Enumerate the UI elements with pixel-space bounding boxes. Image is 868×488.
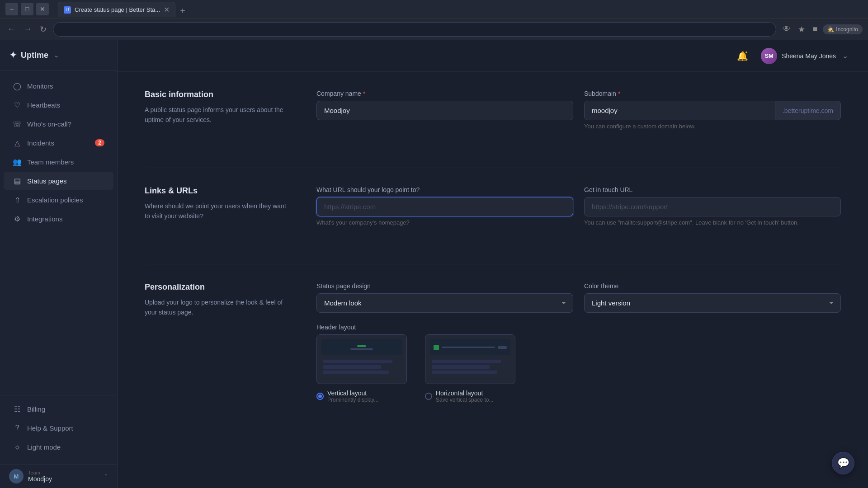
personalization-title: Personalization	[145, 282, 289, 292]
design-select[interactable]: Modern look Classic look	[316, 293, 573, 313]
notification-dot	[745, 51, 748, 54]
user-name: Sheena May Jones	[782, 52, 836, 60]
minimize-button[interactable]: −	[5, 3, 18, 15]
eye-icon[interactable]: 👁	[781, 23, 793, 36]
section-divider-1	[145, 168, 841, 168]
new-tab-button[interactable]: +	[176, 5, 189, 17]
horizontal-layout-sublabel: Save vertical space to...	[436, 397, 493, 403]
sidebar-bottom: ☷ Billing ? Help & Support ☼ Light mode	[0, 395, 117, 462]
sidebar-footer[interactable]: M Team Moodjoy ⌃	[0, 464, 117, 488]
sidebar-item-label: Integrations	[27, 215, 62, 223]
subdomain-input-group: .betteruptime.com	[584, 101, 841, 120]
subdomain-required-mark: *	[618, 90, 620, 97]
chat-icon: 💬	[837, 457, 849, 469]
sidebar-item-help-support[interactable]: ? Help & Support	[4, 419, 113, 437]
sidebar-item-incidents[interactable]: △ Incidents 2	[4, 134, 113, 152]
sidebar-item-heartbeats[interactable]: ♡ Heartbeats	[4, 96, 113, 114]
sidebar-item-label: Heartbeats	[27, 101, 60, 109]
status-pages-icon: ▤	[13, 176, 22, 185]
page-content: Basic information A public status page i…	[118, 72, 868, 488]
basic-info-desc: A public status page informs your users …	[145, 105, 289, 125]
sidebar-nav: ◯ Monitors ♡ Heartbeats ☏ Who's on-call?…	[0, 70, 117, 395]
browser-titlebar: − □ ✕ U Create status page | Better Sta.…	[0, 0, 868, 18]
horizontal-radio[interactable]	[425, 393, 432, 400]
billing-icon: ☷	[13, 404, 22, 413]
vertical-layout-option[interactable]: Vertical layout Prominently display...	[316, 334, 407, 403]
app-header: 🔔 SM Sheena May Jones ⌄	[118, 40, 868, 72]
color-select[interactable]: Light version Dark version	[584, 293, 841, 313]
sidebar-item-label: Escalation policies	[27, 196, 83, 204]
browser-toolbar-icons: 👁 ★ ■ 🕵 Incognito	[781, 23, 863, 36]
user-menu[interactable]: SM Sheena May Jones ⌄	[755, 45, 854, 67]
back-button[interactable]: ←	[5, 23, 17, 36]
close-button[interactable]: ✕	[36, 3, 49, 15]
team-label: Team	[28, 470, 99, 475]
company-name-group: Company name *	[316, 90, 573, 130]
basic-info-description: Basic information A public status page i…	[145, 90, 289, 141]
logo-url-label: What URL should your logo point to?	[316, 186, 573, 193]
sidebar-item-label: Incidents	[27, 139, 54, 147]
design-group: Status page design Modern look Classic l…	[316, 282, 573, 313]
tab-close-button[interactable]: ✕	[164, 6, 170, 14]
maximize-button[interactable]: □	[21, 3, 33, 15]
team-expand-icon: ⌃	[104, 473, 108, 479]
incidents-icon: △	[13, 138, 22, 147]
sidebar-item-label: Who's on-call?	[27, 120, 71, 128]
horizontal-layout-preview	[425, 334, 515, 384]
user-avatar: SM	[761, 48, 777, 64]
contact-url-input[interactable]	[584, 197, 841, 216]
sidebar-item-light-mode[interactable]: ☼ Light mode	[4, 438, 113, 456]
header-layout-group: Header layout	[316, 324, 841, 403]
design-label: Status page design	[316, 282, 573, 290]
links-info-description: Links & URLs Where should we point your …	[145, 186, 289, 237]
incognito-label: Incognito	[836, 26, 858, 33]
team-info: Team Moodjoy	[28, 470, 99, 483]
team-name: Moodjoy	[28, 475, 99, 483]
incidents-badge: 2	[95, 139, 104, 146]
links-desc: Where should we point your users when th…	[145, 201, 289, 221]
team-avatar: M	[9, 469, 24, 483]
sidebar-item-status-pages[interactable]: ▤ Status pages	[4, 172, 113, 190]
personalization-description: Personalization Upload your logo to pers…	[145, 282, 289, 414]
subdomain-suffix: .betteruptime.com	[775, 101, 841, 120]
personalization-desc: Upload your logo to personalize the look…	[145, 297, 289, 318]
sidebar-item-label: Team members	[27, 158, 74, 166]
address-bar[interactable]: uptime.betterstack.com/team/192396/statu…	[53, 22, 776, 37]
sidebar-item-billing[interactable]: ☷ Billing	[4, 400, 113, 418]
chat-bubble[interactable]: 💬	[832, 452, 854, 474]
contact-url-group: Get in touch URL You can use "mailto:sup…	[584, 186, 841, 226]
browser-tabs: U Create status page | Better Sta... ✕ +	[52, 1, 194, 17]
star-icon[interactable]: ★	[796, 23, 807, 36]
extensions-icon[interactable]: ■	[811, 23, 819, 36]
notification-button[interactable]: 🔔	[737, 51, 748, 61]
forward-button[interactable]: →	[22, 23, 33, 36]
horizontal-layout-option[interactable]: Horizontal layout Save vertical space to…	[425, 334, 515, 403]
logo-url-group: What URL should your logo point to? What…	[316, 186, 573, 226]
horizontal-radio-row: Horizontal layout Save vertical space to…	[425, 389, 493, 403]
user-menu-chevron-icon: ⌄	[842, 52, 848, 60]
active-tab[interactable]: U Create status page | Better Sta... ✕	[58, 2, 175, 17]
sidebar-item-integrations[interactable]: ⚙ Integrations	[4, 210, 113, 228]
sidebar-item-escalation-policies[interactable]: ⇧ Escalation policies	[4, 191, 113, 209]
sidebar-item-whos-on-call[interactable]: ☏ Who's on-call?	[4, 115, 113, 133]
basic-info-title: Basic information	[145, 90, 289, 99]
refresh-button[interactable]: ↻	[38, 23, 48, 36]
layout-options: Vertical layout Prominently display...	[316, 334, 841, 403]
sidebar-item-label: Light mode	[27, 443, 61, 451]
subdomain-input[interactable]	[584, 101, 775, 120]
sidebar: ✦ Uptime ⌄ ◯ Monitors ♡ Heartbeats ☏ Who…	[0, 40, 118, 488]
logo: ✦ Uptime	[9, 49, 48, 61]
team-icon: 👥	[13, 157, 22, 166]
vertical-radio[interactable]	[316, 393, 324, 400]
sidebar-item-team-members[interactable]: 👥 Team members	[4, 153, 113, 171]
company-name-input[interactable]	[316, 101, 573, 120]
sidebar-item-label: Monitors	[27, 82, 53, 90]
sidebar-header[interactable]: ✦ Uptime ⌄	[0, 40, 117, 70]
header-layout-label: Header layout	[316, 324, 841, 331]
sidebar-item-monitors[interactable]: ◯ Monitors	[4, 77, 113, 95]
required-mark: *	[363, 90, 365, 97]
logo-url-input[interactable]	[316, 197, 573, 216]
subdomain-label: Subdomain *	[584, 90, 841, 97]
browser-chrome: − □ ✕ U Create status page | Better Sta.…	[0, 0, 868, 40]
tab-favicon: U	[64, 6, 71, 14]
